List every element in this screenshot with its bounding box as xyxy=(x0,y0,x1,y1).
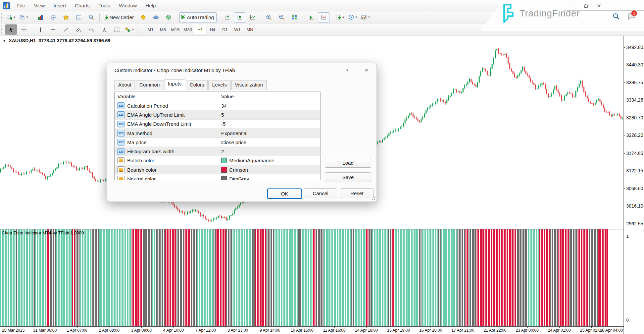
menu-item-file[interactable]: File xyxy=(13,1,30,10)
value-cell[interactable]: 34 xyxy=(218,101,320,110)
timeframe-h4-button[interactable]: H4 xyxy=(206,25,219,34)
hline-button[interactable] xyxy=(47,24,59,35)
auto-scroll-button[interactable] xyxy=(305,12,317,22)
ok-button[interactable]: OK xyxy=(267,188,302,199)
zoom-in-button[interactable] xyxy=(263,12,275,22)
menu-item-view[interactable]: View xyxy=(30,1,49,10)
time-axis[interactable]: 28 Mar 202531 Mar 06:001 Apr 07:002 Apr … xyxy=(0,326,624,334)
timeframe-m1-button[interactable]: M1 xyxy=(144,25,157,34)
tab-colors[interactable]: Colors xyxy=(186,80,208,90)
histogram-bar-bearish xyxy=(603,229,604,327)
label-button[interactable]: T xyxy=(111,24,123,35)
favorites-button[interactable] xyxy=(60,12,72,22)
indicator-panel[interactable]: Chop Zone Indicator MT4 by TFlab 1.0000 xyxy=(0,229,624,327)
profiles-button[interactable]: ▼ xyxy=(18,12,30,22)
trendline-button[interactable] xyxy=(60,24,72,35)
resize-grip[interactable] xyxy=(372,197,375,200)
pointer-button[interactable] xyxy=(5,24,17,35)
line-chart-button[interactable] xyxy=(247,12,259,22)
table-row[interactable]: Bullish colorMediumAquamarine xyxy=(115,156,320,165)
tab-about[interactable]: About xyxy=(114,80,135,90)
crosshair-button[interactable] xyxy=(18,24,30,35)
value-cell[interactable]: 5 xyxy=(218,110,320,119)
bar-chart-button[interactable] xyxy=(221,12,233,22)
tab-levels[interactable]: Levels xyxy=(208,80,230,90)
table-row[interactable]: Bearish colorCrimson xyxy=(115,165,320,174)
value-cell[interactable]: Exponential xyxy=(218,129,320,137)
new-chart-button[interactable]: ▼ xyxy=(5,12,17,22)
periods-button[interactable]: ▼ xyxy=(347,12,359,22)
timeframe-m15-button[interactable]: M15 xyxy=(169,25,182,34)
market-button[interactable] xyxy=(150,12,162,22)
vline-button[interactable] xyxy=(34,24,46,35)
minimize-button[interactable] xyxy=(570,3,577,9)
timeframe-w1-button[interactable]: W1 xyxy=(231,25,244,34)
timeframe-h1-button[interactable]: H1 xyxy=(194,25,206,34)
market-watch-button[interactable] xyxy=(34,12,46,22)
table-row[interactable]: 123Ma methodExponential xyxy=(115,129,320,138)
toolbar-grip[interactable] xyxy=(1,13,3,21)
metaeditor-button[interactable] xyxy=(137,12,149,22)
shapes-button[interactable]: ▼ xyxy=(123,24,136,35)
terminal-button[interactable] xyxy=(72,12,85,22)
timeframe-d1-button[interactable]: D1 xyxy=(219,25,231,34)
tile-windows-button[interactable] xyxy=(289,12,301,22)
histogram-bar-bullish xyxy=(324,229,325,327)
indicators-list-button[interactable]: ▼ xyxy=(334,12,346,22)
histogram-bar-bullish xyxy=(39,229,40,327)
menu-item-help[interactable]: Help xyxy=(141,1,160,10)
chat-icon[interactable]: 1 xyxy=(627,13,635,21)
text-button[interactable]: A xyxy=(98,24,110,35)
table-row[interactable]: 123EMA Angle DownTrend Limit-5 xyxy=(115,120,320,129)
search-icon[interactable] xyxy=(612,13,620,21)
cancel-button[interactable]: Cancel xyxy=(304,188,337,198)
value-cell[interactable]: Close price xyxy=(218,138,320,147)
menu-item-insert[interactable]: Insert xyxy=(49,1,70,10)
channel-button[interactable]: E xyxy=(72,24,85,35)
value-cell[interactable]: -5 xyxy=(218,120,320,128)
table-row[interactable]: 123Calculation Period34 xyxy=(115,101,320,110)
price-scale[interactable]: 3492.803440.303386.753334.253280.703228.… xyxy=(624,36,644,334)
table-row[interactable]: Neutral colorDimGray xyxy=(115,174,320,180)
autotrading-button[interactable]: AutoTrading xyxy=(179,12,217,22)
toolbar-grip[interactable] xyxy=(141,25,143,34)
tab-visualization[interactable]: Visualization xyxy=(231,80,267,90)
load-button[interactable]: Load xyxy=(325,158,371,168)
toolbar-grip[interactable] xyxy=(1,25,3,34)
tab-common[interactable]: Common xyxy=(136,80,163,90)
timeframe-mn-button[interactable]: MN xyxy=(244,25,256,34)
price-tick xyxy=(624,135,625,135)
reset-button[interactable]: Reset xyxy=(340,188,374,198)
zoom-out-button[interactable] xyxy=(276,12,288,22)
table-row[interactable]: 123Histogram bars width2 xyxy=(115,147,320,156)
dialog-help-button[interactable]: ? xyxy=(342,66,352,74)
templates-button[interactable]: ▼ xyxy=(360,12,372,22)
chart-shift-button[interactable] xyxy=(318,12,330,22)
close-button[interactable] xyxy=(595,3,603,9)
new-order-button[interactable]: New Order xyxy=(102,12,137,22)
menu-item-charts[interactable]: Charts xyxy=(70,1,94,10)
table-row[interactable]: 123EMA Angle UpTrend Limit5 xyxy=(115,110,320,119)
value-cell[interactable]: MediumAquamarine xyxy=(218,156,320,165)
histogram-bar-bearish xyxy=(314,229,315,327)
value-cell[interactable]: 2 xyxy=(218,147,320,156)
value-cell[interactable]: DimGray xyxy=(218,174,320,180)
timeframe-m30-button[interactable]: M30 xyxy=(182,25,194,34)
menu-item-tools[interactable]: Tools xyxy=(94,1,114,10)
fibonacci-button[interactable]: F xyxy=(85,24,97,35)
strategy-tester-button[interactable] xyxy=(85,12,97,22)
menu-item-window[interactable]: Window xyxy=(114,1,141,10)
candle-chart-button[interactable] xyxy=(234,12,246,22)
value-cell[interactable]: Crimson xyxy=(218,165,320,174)
color-swatch xyxy=(221,158,227,163)
navigator-button[interactable] xyxy=(47,12,59,22)
table-row[interactable]: 123Ma priceClose price xyxy=(115,138,320,147)
restore-button[interactable] xyxy=(583,3,590,9)
timeframe-m5-button[interactable]: M5 xyxy=(157,25,169,34)
save-button[interactable]: Save xyxy=(325,172,371,182)
histogram-bar-bullish xyxy=(239,229,240,327)
dialog-close-button[interactable]: × xyxy=(361,66,372,74)
tab-inputs[interactable]: Inputs xyxy=(164,79,185,90)
signals-button[interactable] xyxy=(163,12,175,22)
histogram-bar-bullish xyxy=(425,229,426,327)
